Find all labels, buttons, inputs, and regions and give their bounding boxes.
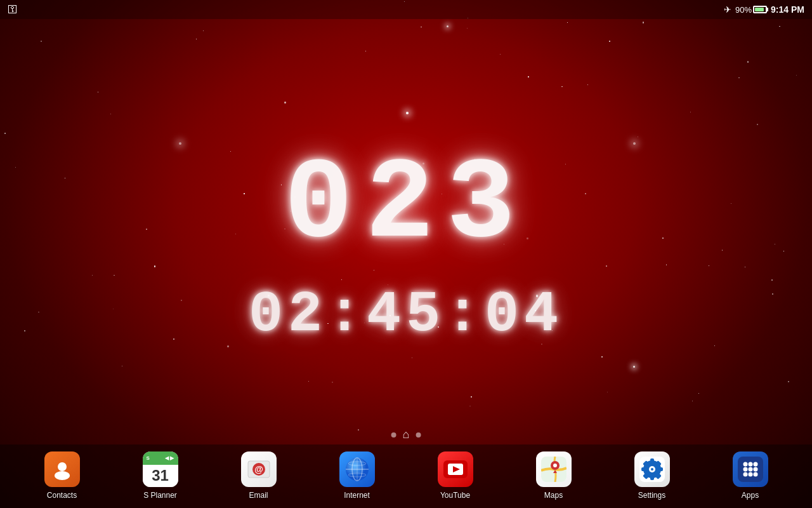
main-display: 023 02:45:04 bbox=[249, 140, 563, 347]
dock-item-internet[interactable]: Internet bbox=[308, 451, 406, 500]
page-indicator: ⌂ bbox=[391, 428, 421, 441]
dock-item-email[interactable]: @ Email bbox=[209, 451, 308, 500]
youtube-label: YouTube bbox=[440, 491, 470, 500]
battery-percent-label: 90% bbox=[735, 5, 752, 15]
usb-icon: ⚿ bbox=[8, 4, 18, 15]
page-dot-2[interactable] bbox=[416, 432, 421, 438]
dock-item-apps[interactable]: Apps bbox=[701, 451, 799, 500]
svg-rect-20 bbox=[650, 458, 654, 464]
svg-point-33 bbox=[748, 462, 752, 466]
svg-point-37 bbox=[753, 467, 757, 471]
svg-point-0 bbox=[58, 462, 67, 471]
svg-point-30 bbox=[651, 468, 653, 471]
status-right: ✈ 90% 9:14 PM bbox=[724, 4, 804, 15]
home-button-indicator[interactable]: ⌂ bbox=[403, 428, 410, 441]
dock-item-maps[interactable]: Maps bbox=[504, 451, 603, 500]
svg-point-36 bbox=[748, 467, 752, 471]
contacts-icon bbox=[44, 451, 80, 487]
countdown-days: 023 bbox=[284, 140, 528, 270]
dock-item-youtube[interactable]: YouTube bbox=[406, 451, 504, 500]
dock: Contacts S ◀ ▶ 31 S Planner @ Email bbox=[0, 444, 812, 508]
battery-indicator: 90% bbox=[735, 5, 767, 15]
svg-point-35 bbox=[743, 467, 747, 471]
svg-rect-23 bbox=[658, 467, 663, 471]
dock-item-contacts[interactable]: Contacts bbox=[13, 451, 111, 500]
svg-point-1 bbox=[55, 471, 70, 480]
status-left: ⚿ bbox=[8, 4, 18, 15]
battery-fill bbox=[755, 8, 764, 11]
dock-item-settings[interactable]: Settings bbox=[603, 451, 701, 500]
maps-icon bbox=[536, 451, 572, 487]
contacts-label: Contacts bbox=[47, 491, 77, 500]
svg-point-38 bbox=[743, 472, 747, 476]
youtube-icon bbox=[438, 451, 473, 487]
email-label: Email bbox=[249, 491, 268, 500]
svg-text:@: @ bbox=[254, 464, 263, 474]
dock-item-splanner[interactable]: S ◀ ▶ 31 S Planner bbox=[111, 451, 209, 500]
page-dot-1[interactable] bbox=[391, 432, 396, 438]
svg-point-40 bbox=[753, 472, 757, 476]
internet-label: Internet bbox=[344, 491, 370, 500]
settings-label: Settings bbox=[638, 491, 665, 500]
settings-icon bbox=[634, 451, 670, 487]
svg-rect-22 bbox=[641, 467, 646, 471]
status-bar: ⚿ ✈ 90% 9:14 PM bbox=[0, 0, 812, 19]
svg-point-32 bbox=[743, 462, 747, 466]
battery-icon bbox=[753, 6, 767, 13]
status-time: 9:14 PM bbox=[771, 4, 804, 15]
splanner-label: S Planner bbox=[143, 491, 177, 500]
apps-label: Apps bbox=[742, 491, 759, 500]
internet-icon bbox=[339, 451, 375, 487]
svg-point-39 bbox=[748, 472, 752, 476]
svg-rect-21 bbox=[650, 475, 654, 480]
svg-point-17 bbox=[553, 464, 557, 467]
apps-icon bbox=[733, 451, 768, 487]
svg-point-34 bbox=[753, 462, 757, 466]
airplane-mode-icon: ✈ bbox=[724, 4, 731, 15]
email-icon: @ bbox=[241, 451, 277, 487]
countdown-time: 02:45:04 bbox=[249, 283, 563, 347]
splanner-icon: S ◀ ▶ 31 bbox=[143, 451, 178, 487]
maps-label: Maps bbox=[544, 491, 563, 500]
